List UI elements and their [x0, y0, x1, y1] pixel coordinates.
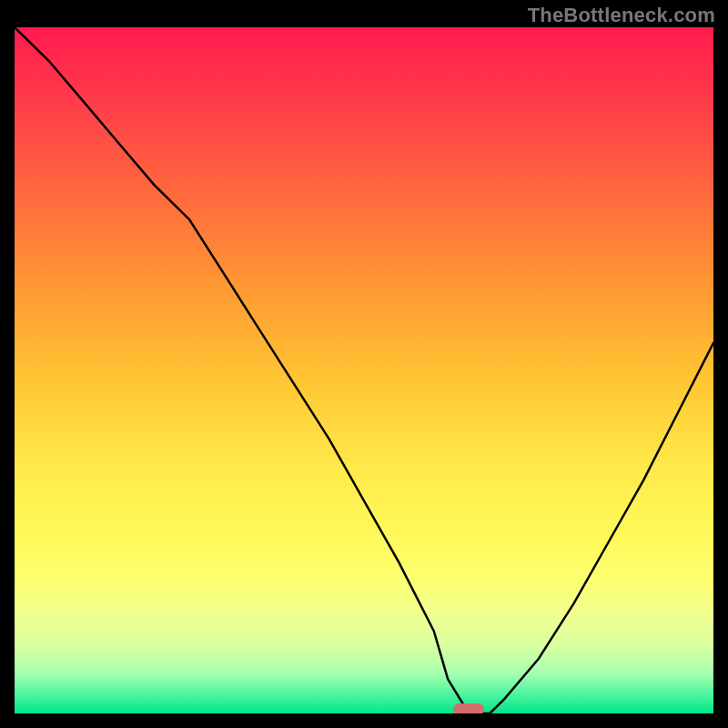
plot-area — [15, 27, 713, 713]
bottleneck-curve — [15, 27, 713, 713]
watermark-text: TheBottleneck.com — [528, 4, 715, 27]
chart-container: TheBottleneck.com — [0, 0, 728, 728]
optimal-marker — [453, 703, 484, 713]
